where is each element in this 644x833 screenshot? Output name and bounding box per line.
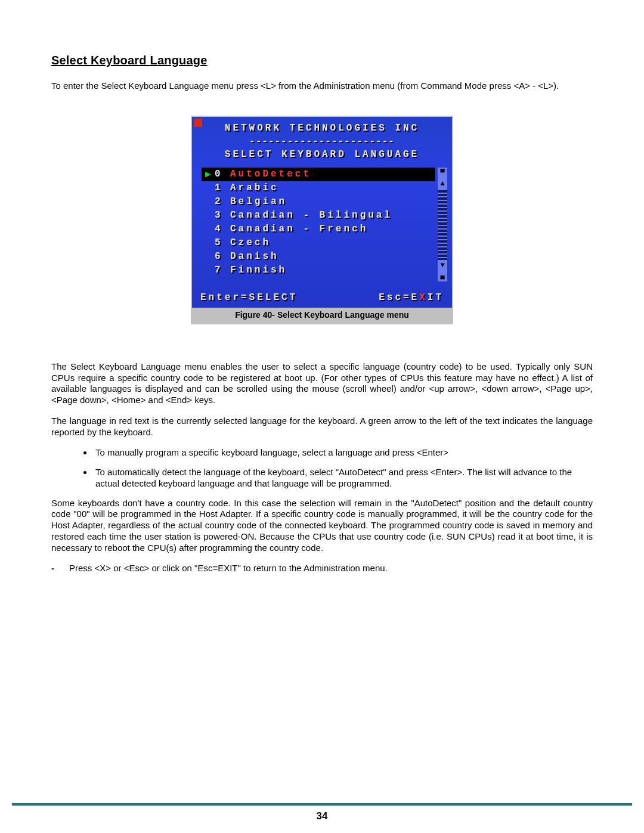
section-heading: Select Keyboard Language [51,54,593,67]
list-item[interactable]: 1 Arabic [202,181,435,195]
scroll-track[interactable] [438,189,447,260]
list-item-label: AutoDetect [230,169,435,179]
osd-list: ▶ 0 AutoDetect 1 Arabic 2 Belgian 3 [202,168,435,281]
osd-screenshot: NETWORK TECHNOLOGIES INC ---------------… [192,117,452,308]
list-item-number: 4 [215,224,230,234]
osd-menu-title: SELECT KEYBOARD LANGUAGE [192,148,452,161]
enter-select-hint[interactable]: Enter=SELECT [200,292,298,303]
list-item[interactable]: 7 Finnish [202,264,435,277]
list-item[interactable]: 3 Canadian - Bilingual [202,209,435,222]
corner-indicator-icon [194,119,202,127]
esc-exit-pre: Esc=E [379,292,419,303]
list-item-label: Czech [230,237,435,248]
scrollbar[interactable]: ▀ ▲ ▼ ▄ [438,168,447,281]
osd-header: NETWORK TECHNOLOGIES INC ---------------… [192,117,452,161]
dash-bullet-icon: - [51,563,69,574]
osd-divider: ----------------------- [192,135,452,148]
footer-rule [12,803,632,806]
scroll-up-icon[interactable]: ▲ [438,178,447,189]
list-item-number: 7 [215,265,230,275]
dash-item-text: Press <X> or <Esc> or click on "Esc=EXIT… [69,563,388,574]
esc-exit-post: IT [428,292,444,303]
figure-caption: Figure 40- Select Keyboard Language menu [192,308,452,323]
scroll-bottom-icon[interactable]: ▄ [438,271,447,281]
list-item-number: 3 [215,210,230,221]
page-number: 34 [0,810,644,822]
list-item-label: Canadian - French [230,224,435,234]
paragraph-3: Some keyboards don't have a country code… [51,498,593,554]
esc-exit-hint[interactable]: Esc=EXIT [379,292,444,303]
list-item-label: Finnish [230,265,435,275]
paragraph-2: The language in red text is the currentl… [51,416,593,438]
list-item-number: 0 [215,169,230,179]
document-page: Select Keyboard Language To enter the Se… [0,0,644,833]
bullet-item: To manually program a specific keyboard … [93,447,593,459]
list-item-number: 6 [215,251,230,262]
figure-container: NETWORK TECHNOLOGIES INC ---------------… [191,116,453,324]
osd-company-line: NETWORK TECHNOLOGIES INC [192,122,452,135]
scroll-down-icon[interactable]: ▼ [438,260,447,271]
dash-list-item: - Press <X> or <Esc> or click on "Esc=EX… [51,563,593,574]
osd-footer: Enter=SELECT Esc=EXIT [192,290,452,308]
list-item-number: 2 [215,196,230,207]
bullet-list: To manually program a specific keyboard … [51,447,593,489]
scroll-top-icon[interactable]: ▀ [438,168,447,178]
reported-arrow-icon: ▶ [205,168,215,180]
paragraph-1: The Select Keyboard Language menu enable… [51,361,593,406]
list-item[interactable]: 5 Czech [202,236,435,250]
list-item-label: Belgian [230,196,435,207]
list-item-label: Canadian - Bilingual [230,210,435,221]
list-item[interactable]: 4 Canadian - French [202,222,435,236]
list-item-label: Arabic [230,182,435,193]
list-item[interactable]: ▶ 0 AutoDetect [202,168,435,181]
list-item-number: 5 [215,237,230,248]
list-item[interactable]: 6 Danish [202,250,435,264]
bullet-item: To automatically detect the language of … [93,467,593,490]
intro-paragraph: To enter the Select Keyboard Language me… [51,80,593,92]
exit-x-icon: X [419,292,428,303]
list-item-label: Danish [230,251,435,262]
list-item-number: 1 [215,182,230,193]
list-item[interactable]: 2 Belgian [202,195,435,209]
